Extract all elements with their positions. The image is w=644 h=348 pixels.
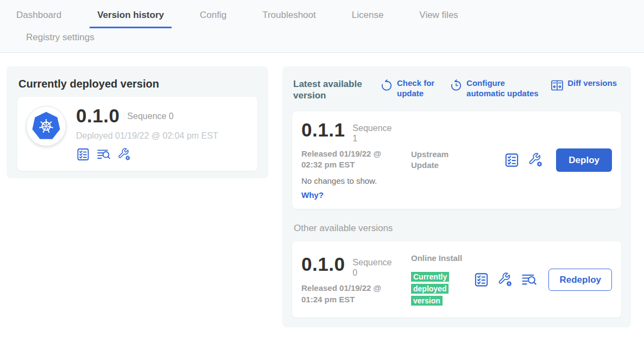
latest-version-source: Upstream Update	[411, 149, 472, 171]
refresh-clock-icon	[450, 79, 463, 92]
nav-row-1: Dashboard Version history Config Trouble…	[9, 0, 644, 28]
deploy-button[interactable]: Deploy	[556, 148, 612, 172]
redeploy-button[interactable]: Redeploy	[548, 269, 612, 291]
tab-troubleshoot[interactable]: Troubleshoot	[255, 0, 324, 28]
latest-card-actions: Deploy	[504, 148, 612, 172]
diff-versions-link[interactable]: Diff versions	[551, 78, 617, 99]
latest-version-info: 0.1.1 Sequence 1 Released 01/19/22 @ 02:…	[301, 120, 397, 201]
latest-version-card: 0.1.1 Sequence 1 Released 01/19/22 @ 02:…	[292, 111, 621, 209]
other-version-card: 0.1.0 Sequence 0 Released 01/19/22 @ 01:…	[292, 241, 621, 318]
configure-automatic-updates-link[interactable]: Configure automatic updates	[450, 78, 544, 99]
other-version-info: 0.1.0 Sequence 0 Released 01/19/22 @ 01:…	[301, 254, 397, 305]
edit-config-icon[interactable]	[117, 147, 131, 161]
deployed-sequence-label: Sequence 0	[127, 106, 173, 121]
diff-icon	[551, 79, 564, 92]
install-type-label: Online Install	[411, 253, 462, 263]
deployed-card-actions	[76, 147, 218, 161]
preflight-checks-icon[interactable]	[76, 147, 90, 161]
tab-version-history[interactable]: Version history	[90, 0, 172, 28]
latest-available-heading: Latest available version	[293, 78, 368, 102]
other-available-heading: Other available versions	[294, 223, 621, 234]
header-actions: Check for update Configure automatic upd…	[368, 78, 620, 99]
tab-registry-settings[interactable]: Registry settings	[18, 28, 102, 52]
version-history-page: Currently deployed version	[0, 53, 644, 327]
preflight-checks-icon[interactable]	[504, 152, 520, 168]
latest-released-timestamp: Released 01/19/22 @ 02:32 pm EST	[301, 148, 397, 171]
tab-view-files[interactable]: View files	[412, 0, 466, 28]
deployed-version-info: 0.1.0 Sequence 0 Deployed 01/19/22 @ 02:…	[76, 106, 218, 161]
currently-deployed-badge: Currently deployed version	[411, 271, 452, 307]
tab-dashboard[interactable]: Dashboard	[9, 0, 69, 28]
latest-version-number: 0.1.1	[301, 120, 345, 139]
preflight-checks-icon[interactable]	[473, 272, 489, 288]
diff-versions-label: Diff versions	[567, 78, 617, 89]
other-sequence-label: Sequence 0	[352, 254, 396, 278]
other-released-timestamp: Released 01/19/22 @ 01:24 pm EST	[301, 283, 397, 305]
other-version-source: Online Install Currently deployed versio…	[411, 253, 472, 306]
available-versions-header: Latest available version Check for updat…	[293, 78, 620, 102]
tab-config[interactable]: Config	[192, 0, 234, 28]
refresh-icon	[380, 79, 393, 92]
no-changes-text: No changes to show.	[301, 176, 397, 185]
other-version-number: 0.1.0	[301, 254, 345, 274]
deploy-logs-icon[interactable]	[97, 147, 111, 161]
latest-sequence-label: Sequence 1	[352, 120, 396, 144]
available-versions-panel: Latest available version Check for updat…	[282, 66, 631, 327]
deployed-version-number: 0.1.0	[76, 106, 119, 125]
currently-deployed-heading: Currently deployed version	[18, 78, 257, 90]
deployed-version-card: 0.1.0 Sequence 0 Deployed 01/19/22 @ 02:…	[17, 97, 257, 171]
top-nav: Dashboard Version history Config Trouble…	[0, 0, 644, 53]
deployed-timestamp: Deployed 01/19/22 @ 02:04 pm EST	[76, 131, 218, 141]
tab-license[interactable]: License	[344, 0, 392, 28]
nav-row-2: Registry settings	[9, 28, 644, 52]
why-link[interactable]: Why?	[301, 190, 324, 200]
check-for-update-label: Check for update	[397, 78, 443, 99]
check-for-update-link[interactable]: Check for update	[380, 78, 443, 99]
edit-config-icon[interactable]	[528, 152, 544, 168]
kubernetes-logo-icon	[26, 106, 66, 146]
other-card-actions: Redeploy	[473, 269, 612, 291]
edit-config-icon[interactable]	[497, 272, 513, 288]
deploy-logs-icon[interactable]	[521, 272, 537, 288]
currently-deployed-panel: Currently deployed version	[7, 66, 268, 178]
configure-automatic-updates-label: Configure automatic updates	[466, 78, 544, 99]
